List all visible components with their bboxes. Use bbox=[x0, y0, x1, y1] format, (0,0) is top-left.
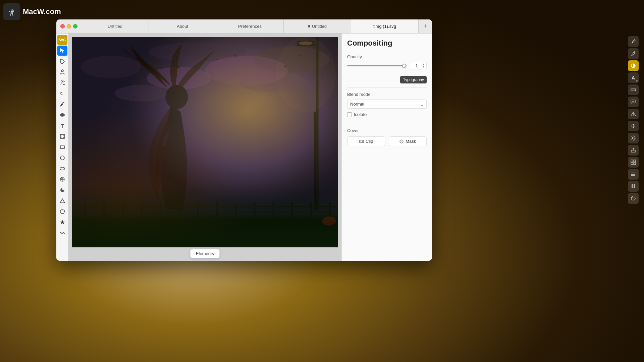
arc-tool[interactable] bbox=[57, 185, 67, 195]
list-tool[interactable] bbox=[628, 169, 639, 180]
settings-tool[interactable] bbox=[628, 133, 639, 143]
undo-tool[interactable] bbox=[628, 193, 639, 204]
svg-rect-41 bbox=[141, 202, 142, 220]
svg-marker-16 bbox=[60, 209, 65, 214]
ellipse-tool[interactable] bbox=[57, 164, 67, 174]
tab-add-button[interactable]: + bbox=[419, 19, 432, 33]
svg-rect-49 bbox=[291, 203, 293, 221]
ruler-tool[interactable] bbox=[628, 84, 639, 95]
svg-rect-42 bbox=[160, 202, 161, 220]
pencil-tool[interactable] bbox=[628, 48, 639, 59]
person-tool[interactable] bbox=[57, 67, 67, 77]
artwork-svg bbox=[72, 37, 338, 247]
export-tool[interactable] bbox=[628, 145, 639, 156]
svg-marker-78 bbox=[635, 125, 636, 127]
opacity-down[interactable]: ▼ bbox=[422, 66, 425, 68]
comment-tool[interactable] bbox=[628, 97, 639, 107]
maximize-button[interactable] bbox=[73, 24, 77, 28]
svg-point-5 bbox=[61, 81, 62, 82]
panel-title: Compositing bbox=[347, 39, 427, 48]
layers-tool[interactable] bbox=[628, 181, 639, 192]
svg-marker-15 bbox=[60, 199, 65, 203]
app-window: Untitled About Preferences Untitled timg… bbox=[56, 19, 432, 261]
macw-logo: 🤺 MacW.com bbox=[3, 3, 61, 20]
isolate-checkbox[interactable] bbox=[347, 112, 352, 117]
svg-point-6 bbox=[63, 81, 64, 82]
elements-bar[interactable]: Elements bbox=[190, 249, 220, 258]
opacity-slider[interactable] bbox=[347, 65, 407, 66]
tab-untitled-2[interactable]: Untitled bbox=[284, 19, 351, 33]
minimize-button[interactable] bbox=[67, 24, 71, 28]
alert-tool[interactable] bbox=[628, 109, 639, 119]
opacity-input[interactable]: 1 bbox=[412, 63, 422, 68]
star-tool[interactable] bbox=[57, 217, 67, 227]
title-bar: Untitled About Preferences Untitled timg… bbox=[56, 19, 432, 34]
clip-button[interactable]: Clip bbox=[347, 136, 385, 146]
target-tool[interactable] bbox=[57, 174, 67, 184]
svg-point-79 bbox=[632, 137, 634, 139]
svg-marker-75 bbox=[633, 124, 634, 125]
tab-untitled-1[interactable]: Untitled bbox=[82, 19, 149, 33]
svg-point-82 bbox=[631, 138, 632, 138]
blend-mode-select[interactable]: Normal Multiply Screen Overlay Darken Li… bbox=[347, 100, 427, 109]
isolate-label: Isolate bbox=[354, 112, 367, 117]
pen-tool[interactable] bbox=[57, 110, 67, 120]
canvas-area[interactable]: Elements bbox=[68, 34, 341, 261]
wave-tool[interactable] bbox=[57, 228, 67, 238]
tabs-container: Untitled About Preferences Untitled timg… bbox=[82, 19, 432, 33]
cover-section: Cover Clip Mask bbox=[347, 128, 427, 146]
calligraphy-tool[interactable] bbox=[57, 99, 67, 109]
tab-about[interactable]: About bbox=[149, 19, 216, 33]
typography-tooltip-container: Typography bbox=[347, 76, 427, 83]
svg-rect-38 bbox=[85, 202, 86, 220]
svg-point-87 bbox=[632, 139, 632, 140]
undo-path-tool[interactable] bbox=[57, 88, 67, 99]
svg-rect-37 bbox=[72, 216, 338, 219]
node-tool[interactable] bbox=[57, 56, 67, 66]
tab-svg-file[interactable]: timg (1).svg bbox=[351, 19, 419, 33]
svg-rect-31 bbox=[299, 44, 318, 46]
svg-rect-32 bbox=[297, 41, 314, 46]
svg-text:🤺: 🤺 bbox=[7, 9, 15, 16]
svg-point-85 bbox=[634, 139, 635, 140]
svg-rect-56 bbox=[72, 37, 338, 247]
circle-tool[interactable] bbox=[57, 153, 67, 163]
svg-point-54 bbox=[322, 217, 336, 226]
svg-rect-93 bbox=[631, 163, 633, 165]
eyedropper-tool[interactable] bbox=[628, 36, 639, 47]
svg-rect-39 bbox=[103, 201, 105, 220]
svg-rect-36 bbox=[72, 217, 338, 247]
svg-marker-90 bbox=[632, 148, 634, 149]
contrast-tool[interactable] bbox=[628, 60, 639, 71]
panel-divider-2 bbox=[347, 124, 427, 124]
group-person-tool[interactable] bbox=[57, 78, 67, 88]
library-tool[interactable] bbox=[628, 157, 639, 168]
move-tool[interactable] bbox=[628, 121, 639, 131]
blend-select-wrapper: Normal Multiply Screen Overlay Darken Li… bbox=[347, 100, 427, 109]
svg-line-60 bbox=[632, 42, 633, 44]
svg-rect-50 bbox=[310, 202, 312, 220]
svg-rect-91 bbox=[631, 160, 633, 162]
rectangle-tool[interactable] bbox=[57, 142, 67, 152]
svg-point-22 bbox=[149, 43, 247, 61]
svg-rect-46 bbox=[235, 203, 236, 221]
tab-preferences[interactable]: Preferences bbox=[216, 19, 284, 33]
svg-rect-51 bbox=[329, 202, 330, 220]
triangle-tool[interactable] bbox=[57, 196, 67, 206]
svg-point-81 bbox=[633, 140, 634, 141]
close-button[interactable] bbox=[60, 24, 65, 28]
svg-marker-98 bbox=[631, 196, 633, 197]
pentagon-tool[interactable] bbox=[57, 206, 67, 217]
svg-rect-18 bbox=[72, 37, 338, 247]
svg-point-33 bbox=[299, 41, 312, 45]
fullscreen-tool[interactable] bbox=[57, 131, 67, 141]
typography-side-tool[interactable]: A a bbox=[628, 72, 639, 83]
svg-badge[interactable]: SVG bbox=[57, 35, 67, 45]
opacity-value-box: 1 ▲ ▼ bbox=[410, 62, 427, 69]
typography-tooltip: Typography bbox=[400, 76, 427, 83]
mask-button[interactable]: Mask bbox=[389, 136, 427, 146]
select-tool[interactable] bbox=[57, 46, 67, 56]
text-tool[interactable]: T bbox=[57, 121, 67, 131]
svg-point-28 bbox=[233, 54, 237, 57]
svg-marker-76 bbox=[633, 127, 634, 128]
